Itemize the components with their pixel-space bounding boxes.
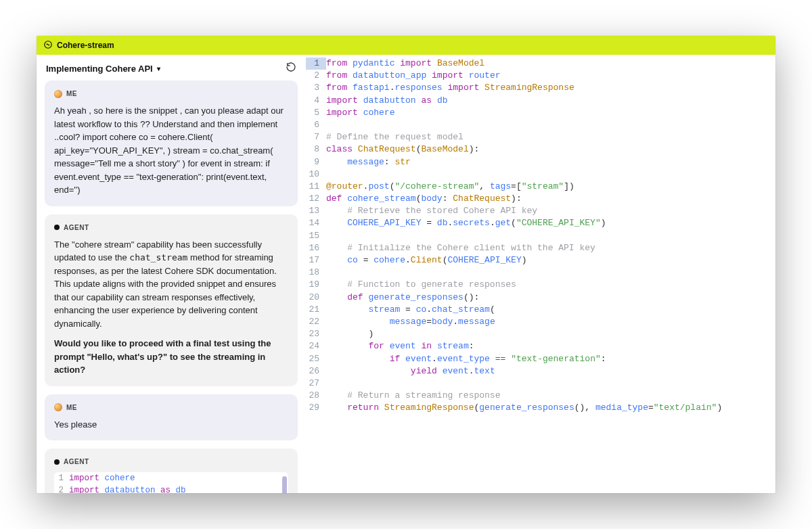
code-editor[interactable]: 1from pydantic import BaseModel2from dat…: [306, 55, 775, 493]
line-number: 7: [306, 131, 326, 143]
code-line[interactable]: 21 stream = co.chat_stream(: [306, 304, 775, 316]
code-content[interactable]: def generate_responses():: [326, 292, 479, 304]
code-line[interactable]: 22 message=body.message: [306, 316, 775, 328]
code-content[interactable]: import cohere: [326, 107, 394, 119]
code-content[interactable]: import databutton as db: [326, 95, 447, 107]
code-line[interactable]: 12def cohere_stream(body: ChatRequest):: [306, 193, 775, 205]
line-number: 16: [306, 242, 326, 254]
code-content[interactable]: yield event.text: [326, 365, 495, 377]
line-number: 10: [306, 168, 326, 181]
code-line[interactable]: 5import cohere: [306, 107, 775, 119]
code-line[interactable]: 26 yield event.text: [306, 365, 775, 377]
chat-pane: Implementing Cohere API ▾ MEAh yeah , so…: [37, 55, 306, 493]
code-line[interactable]: 2from databutton_app import router: [306, 70, 775, 82]
title-bar: Cohere-stream: [37, 36, 775, 55]
line-number: 8: [306, 143, 326, 156]
line-number: 22: [306, 316, 326, 328]
code-line[interactable]: 7# Define the request model: [306, 131, 775, 143]
code-line[interactable]: 15: [306, 230, 775, 242]
code-line[interactable]: 10: [306, 168, 775, 181]
app-title: Cohere-stream: [57, 41, 114, 50]
code-content[interactable]: if event.event_type == "text-generation"…: [326, 353, 606, 365]
chat-title-dropdown[interactable]: Implementing Cohere API ▾: [46, 64, 160, 74]
code-content[interactable]: from databutton_app import router: [326, 70, 501, 82]
line-number: 1: [306, 58, 326, 70]
code-line[interactable]: 14 COHERE_API_KEY = db.secrets.get("COHE…: [306, 217, 775, 229]
code-line[interactable]: 17 co = cohere.Client(COHERE_API_KEY): [306, 254, 775, 267]
code-content[interactable]: def cohere_stream(body: ChatRequest):: [326, 193, 522, 205]
code-content[interactable]: COHERE_API_KEY = db.secrets.get("COHERE_…: [326, 217, 606, 229]
code-line[interactable]: 18: [306, 267, 775, 279]
message-header: ME: [54, 89, 288, 99]
code-line[interactable]: 29 return StreamingResponse(generate_res…: [306, 402, 775, 414]
code-content[interactable]: message=body.message: [326, 316, 495, 328]
refresh-icon[interactable]: [286, 62, 296, 75]
code-line[interactable]: 24 for event in stream:: [306, 340, 775, 352]
app-logo-icon: [43, 40, 53, 51]
code-content[interactable]: from fastapi.responses import StreamingR…: [326, 82, 574, 94]
line-number: 19: [306, 279, 326, 291]
line-number: 23: [306, 328, 326, 340]
chat-header: Implementing Cohere API ▾: [37, 55, 306, 80]
code-content[interactable]: message: str: [326, 156, 411, 168]
user-avatar-icon: [54, 90, 62, 98]
line-number: 12: [306, 193, 326, 205]
line-number: 5: [306, 107, 326, 119]
line-number: 29: [306, 402, 326, 414]
code-content[interactable]: @router.post("/cohere-stream", tags=["st…: [326, 181, 574, 193]
code-line[interactable]: 4import databutton as db: [306, 95, 775, 107]
message-body: The "cohere stream" capability has been …: [54, 238, 288, 331]
message-header: ME: [54, 402, 288, 413]
message-role-label: AGENT: [64, 457, 89, 467]
code-content[interactable]: # Define the request model: [326, 131, 464, 143]
code-line[interactable]: 16 # Initialize the Cohere client with t…: [306, 242, 775, 254]
message-body: Yes please: [54, 418, 288, 432]
code-content[interactable]: class ChatRequest(BaseModel):: [326, 143, 479, 156]
message-role-label: ME: [66, 89, 77, 99]
code-line[interactable]: 13 # Retrieve the stored Cohere API key: [306, 205, 775, 217]
code-content[interactable]: # Function to generate responses: [326, 279, 516, 291]
agent-avatar-icon: [54, 225, 60, 230]
line-number: 14: [306, 217, 326, 229]
line-number: 28: [306, 390, 326, 402]
line-number: 20: [306, 292, 326, 304]
code-content[interactable]: stream = co.chat_stream(: [326, 304, 495, 316]
line-number: 13: [306, 205, 326, 217]
code-line[interactable]: 25 if event.event_type == "text-generati…: [306, 353, 775, 365]
code-line[interactable]: 19 # Function to generate responses: [306, 279, 775, 291]
code-content[interactable]: # Retrieve the stored Cohere API key: [326, 205, 537, 217]
user-message: MEYes please: [45, 394, 298, 441]
code-content: import databutton as db: [69, 484, 288, 493]
code-line[interactable]: 8class ChatRequest(BaseModel):: [306, 143, 775, 156]
code-content[interactable]: # Initialize the Cohere client with the …: [326, 242, 595, 254]
code-content[interactable]: ): [326, 328, 374, 340]
code-line[interactable]: 20 def generate_responses():: [306, 292, 775, 304]
code-content[interactable]: from pydantic import BaseModel: [326, 58, 484, 70]
scrollbar-thumb[interactable]: [282, 476, 287, 493]
agent-code-snippet[interactable]: 1import cohere2import databutton as db34…: [54, 472, 288, 493]
code-line[interactable]: 27: [306, 377, 775, 390]
code-line[interactable]: 3from fastapi.responses import Streaming…: [306, 82, 775, 94]
line-number: 15: [306, 230, 326, 242]
line-number: 11: [306, 181, 326, 193]
code-line[interactable]: 6: [306, 119, 775, 131]
code-content[interactable]: return StreamingResponse(generate_respon…: [326, 402, 722, 414]
code-line[interactable]: 9 message: str: [306, 156, 775, 168]
code-content[interactable]: # Return a streaming response: [326, 390, 500, 402]
code-line[interactable]: 1from pydantic import BaseModel: [306, 58, 775, 70]
line-number: 27: [306, 377, 326, 390]
message-body: Ah yeah , so here is the snippet , can y…: [54, 104, 288, 197]
line-number: 2: [306, 70, 326, 82]
code-content[interactable]: for event in stream:: [326, 340, 474, 352]
code-line[interactable]: 28 # Return a streaming response: [306, 390, 775, 402]
chat-messages[interactable]: MEAh yeah , so here is the snippet , can…: [37, 80, 306, 493]
code-line[interactable]: 23 ): [306, 328, 775, 340]
line-number: 24: [306, 340, 326, 352]
message-prompt: Would you like to proceed with a final t…: [54, 337, 288, 377]
code-content[interactable]: co = cohere.Client(COHERE_API_KEY): [326, 254, 527, 267]
message-role-label: AGENT: [64, 223, 89, 233]
agent-message: AGENTThe "cohere stream" capability has …: [45, 214, 298, 386]
agent-avatar-icon: [54, 459, 60, 465]
line-number: 26: [306, 365, 326, 377]
code-line[interactable]: 11@router.post("/cohere-stream", tags=["…: [306, 181, 775, 193]
